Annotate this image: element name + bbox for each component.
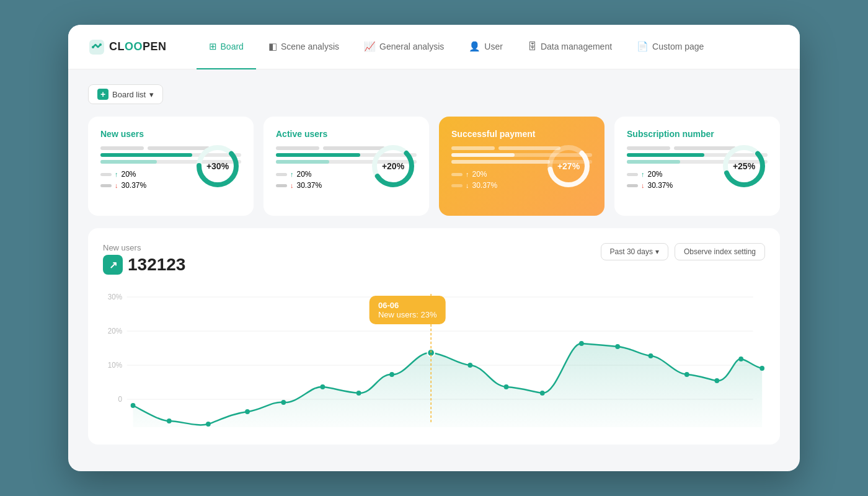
chart-controls: Past 30 days ▾ Observe index setting [601, 243, 765, 260]
svg-point-29 [504, 384, 509, 389]
bar-fill [451, 160, 550, 164]
logo-text: CLOOPEN [109, 40, 167, 53]
svg-point-23 [281, 400, 286, 405]
bar-label [100, 146, 144, 150]
nav: ⊞ Board ◧ Scene analysis 📈 General analy… [197, 25, 780, 69]
svg-point-31 [579, 341, 584, 346]
svg-point-2 [99, 43, 102, 46]
data-icon: 🗄 [528, 41, 537, 51]
card-title-payment: Successful payment [451, 129, 592, 139]
nav-general-analysis[interactable]: 📈 General analysis [352, 25, 456, 69]
chart-svg-wrap: 06-06 New users: 23% 30% 20% 10% 0 [103, 285, 765, 430]
metric-dot [100, 184, 112, 187]
chevron-down-icon: ▾ [149, 90, 154, 99]
stat-card-new-users: New users [88, 117, 254, 216]
chart-section: New users ↗ 132123 Past 30 days ▾ Observ… [88, 228, 780, 445]
bar-fill [100, 153, 192, 157]
card-title-active-users: Active users [276, 129, 417, 139]
period-selector[interactable]: Past 30 days ▾ [601, 243, 668, 260]
metric-dot [451, 184, 463, 187]
nav-board[interactable]: ⊞ Board [197, 25, 256, 69]
donut-chart-subscription: +25% [719, 141, 769, 191]
metric-dot [627, 173, 638, 176]
chart-section-label: New users [103, 243, 185, 252]
bar-fill [276, 160, 329, 164]
svg-point-33 [649, 353, 653, 358]
svg-point-19 [131, 403, 136, 408]
metric-dot [276, 184, 287, 187]
svg-point-36 [738, 356, 743, 361]
bar-fill [451, 153, 515, 157]
donut-chart-new-users: +30% [193, 141, 242, 191]
svg-point-22 [245, 409, 250, 414]
metric-dot [100, 173, 112, 176]
donut-label: +25% [733, 161, 755, 171]
card-title-new-users: New users [100, 129, 241, 139]
svg-text:30%: 30% [108, 293, 123, 301]
donut-chart-active-users: +20% [368, 141, 418, 191]
bar-fill [100, 160, 157, 164]
svg-point-28 [467, 363, 472, 368]
svg-point-25 [356, 391, 361, 396]
svg-rect-0 [89, 40, 104, 55]
general-icon: 📈 [364, 41, 376, 52]
nav-custom-page[interactable]: 📄 Custom page [624, 25, 716, 69]
chart-value-number: 132123 [128, 255, 185, 275]
chart-header: New users ↗ 132123 Past 30 days ▾ Observ… [103, 243, 765, 275]
stat-card-active-users: Active users [264, 117, 429, 216]
chevron-icon: ▾ [655, 247, 659, 256]
header: CLOOPEN ⊞ Board ◧ Scene analysis 📈 Gener… [68, 25, 800, 69]
bar-label [627, 146, 670, 150]
metric-up-icon: ↑ [641, 170, 645, 178]
metric-up-icon: ↑ [115, 170, 118, 178]
metric-up-icon: ↑ [290, 170, 294, 178]
svg-text:20%: 20% [108, 327, 123, 335]
nav-data-management[interactable]: 🗄 Data management [515, 25, 624, 69]
svg-point-20 [167, 418, 172, 423]
card-title-subscription: Subscription number [627, 129, 768, 139]
bar-fill [276, 153, 360, 157]
svg-point-35 [714, 378, 719, 383]
user-icon: 👤 [469, 41, 480, 52]
chart-trend-icon: ↗ [103, 255, 123, 275]
svg-point-32 [615, 344, 620, 349]
cards-row: New users [88, 117, 780, 216]
bar-fill [627, 153, 704, 157]
bar-label [276, 146, 319, 150]
chart-title-block: New users ↗ 132123 [103, 243, 185, 275]
donut-label: +27% [557, 161, 580, 171]
donut-label: +30% [206, 161, 229, 171]
svg-point-30 [540, 391, 545, 396]
metric-dot [451, 173, 463, 176]
logo: CLOOPEN [88, 38, 167, 56]
observe-button[interactable]: Observe index setting [675, 243, 765, 260]
metric-dot [276, 173, 287, 176]
app-window: CLOOPEN ⊞ Board ◧ Scene analysis 📈 Gener… [68, 25, 800, 471]
board-icon: ⊞ [209, 41, 217, 52]
metric-down-icon: ↓ [641, 182, 645, 189]
nav-scene-analysis[interactable]: ◧ Scene analysis [256, 25, 352, 69]
stat-card-payment: Successful payment [439, 117, 604, 216]
custom-icon: 📄 [637, 41, 649, 52]
line-chart: 30% 20% 10% 0 [103, 285, 765, 427]
svg-text:10%: 10% [108, 361, 123, 370]
metric-dot [627, 184, 638, 187]
metric-down-icon: ↓ [290, 182, 294, 189]
chart-value-row: ↗ 132123 [103, 255, 185, 275]
svg-point-37 [760, 366, 764, 371]
metric-up-icon: ↑ [466, 170, 469, 178]
logo-icon [88, 38, 105, 56]
svg-point-21 [206, 422, 211, 427]
stat-card-subscription: Subscription number [614, 117, 780, 216]
scene-icon: ◧ [268, 41, 277, 52]
donut-label: +20% [382, 161, 404, 171]
plus-icon: + [97, 89, 108, 100]
donut-chart-payment: +27% [544, 141, 593, 191]
nav-user[interactable]: 👤 User [456, 25, 515, 69]
bar-fill [627, 160, 680, 164]
metric-down-icon: ↓ [466, 182, 469, 189]
svg-text:0: 0 [118, 395, 123, 404]
board-list-button[interactable]: + Board list ▾ [88, 84, 163, 104]
svg-point-34 [684, 372, 689, 377]
bar-label [451, 146, 495, 150]
